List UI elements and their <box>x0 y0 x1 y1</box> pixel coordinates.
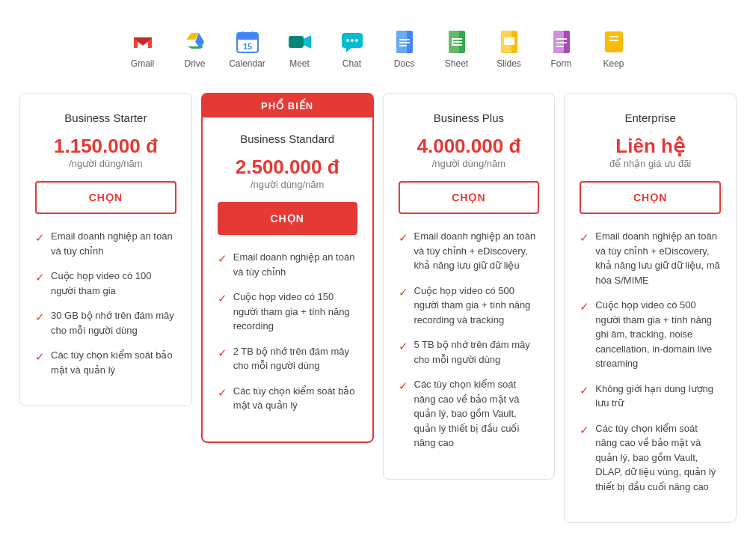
app-item-docs: Docs <box>382 28 427 69</box>
check-icon: ✓ <box>35 230 45 247</box>
plan-card-starter: Business Starter 1.150.000 đ /người dùng… <box>19 93 192 406</box>
feature-item: ✓ 5 TB bộ nhớ trên đám mây cho mỗi người… <box>399 337 540 367</box>
plan-price-unit: /người dùng/năm <box>35 158 176 169</box>
features-list-standard: ✓ Email doanh nghiệp an toàn và tùy chỉn… <box>218 250 357 413</box>
features-list-starter: ✓ Email doanh nghiệp an toàn và tùy chỉn… <box>35 229 176 377</box>
plan-price-unit: để nhận giá ưu đãi <box>580 158 721 169</box>
feature-item: ✓ Cuộc họp video có 500 người tham gia +… <box>399 284 540 328</box>
svg-rect-24 <box>452 44 462 46</box>
svg-rect-23 <box>452 41 462 43</box>
svg-point-12 <box>346 39 349 42</box>
app-item-forms: Form <box>539 28 584 69</box>
feature-text: Các tùy chọn kiểm soát nâng cao về bảo m… <box>414 377 540 450</box>
choose-button-plus[interactable]: CHỌN <box>399 181 540 214</box>
svg-rect-19 <box>399 45 407 46</box>
app-item-sheets: Sheet <box>434 28 479 69</box>
docs-label: Docs <box>394 58 414 69</box>
app-item-keep: Keep <box>591 28 636 69</box>
app-item-meet: Meet <box>277 28 322 69</box>
slides-label: Slides <box>497 58 521 69</box>
feature-text: Cuộc họp video có 500 người tham gia + t… <box>414 284 540 328</box>
sheets-icon <box>443 28 470 55</box>
drive-label: Drive <box>184 58 205 69</box>
feature-item: ✓ Email doanh nghiệp an toàn và tùy chỉn… <box>580 229 721 287</box>
svg-rect-6 <box>251 31 253 35</box>
docs-icon <box>391 28 418 55</box>
app-item-slides: Slides <box>487 28 532 69</box>
drive-icon <box>182 28 209 55</box>
svg-rect-37 <box>609 40 618 41</box>
feature-item: ✓ Các tùy chọn kiểm soát nâng cao về bảo… <box>580 421 721 495</box>
feature-item: ✓ Các tùy chọn kiểm soát bảo mật và quản… <box>35 348 176 377</box>
plan-price: Liên hệ <box>580 135 721 158</box>
svg-rect-25 <box>452 38 453 46</box>
chat-label: Chat <box>342 58 361 69</box>
choose-button-starter[interactable]: CHỌN <box>35 181 176 214</box>
svg-rect-5 <box>242 31 244 35</box>
check-icon: ✓ <box>399 338 408 355</box>
page-wrapper: Gmail Drive 15 Calendar Meet Chat <box>0 0 756 544</box>
calendar-label: Calendar <box>229 58 265 69</box>
plan-card-plus: Business Plus 4.000.000 đ /người dùng/nă… <box>383 93 556 480</box>
svg-point-13 <box>351 39 354 42</box>
svg-rect-28 <box>504 37 514 45</box>
feature-text: Cuộc họp video có 500 người tham gia + t… <box>595 298 721 371</box>
features-list-enterprise: ✓ Email doanh nghiệp an toàn và tùy chỉn… <box>580 229 721 494</box>
choose-button-enterprise[interactable]: CHỌN <box>580 181 721 214</box>
plan-price: 4.000.000 đ <box>399 135 540 158</box>
feature-text: Email doanh nghiệp an toàn và tùy chỉnh … <box>595 229 721 287</box>
plan-price: 1.150.000 đ <box>35 135 176 158</box>
feature-item: ✓ Các tùy chọn kiểm soát nâng cao về bảo… <box>399 377 540 450</box>
forms-icon <box>548 28 575 55</box>
check-icon: ✓ <box>35 309 45 326</box>
chat-icon <box>339 28 366 55</box>
plan-name: Business Starter <box>35 111 176 124</box>
feature-text: Không giới hạn dung lượng lưu trữ <box>595 382 721 411</box>
check-icon: ✓ <box>399 230 408 247</box>
check-icon: ✓ <box>218 251 227 268</box>
feature-item: ✓ Email doanh nghiệp an toàn và tùy chỉn… <box>399 229 540 273</box>
calendar-icon: 15 <box>234 28 261 55</box>
svg-rect-4 <box>237 38 258 40</box>
feature-text: Cuộc họp video có 100 người tham gia <box>51 269 176 298</box>
svg-rect-8 <box>289 36 304 48</box>
plan-name: Business Standard <box>218 132 357 145</box>
feature-text: Các tùy chọn kiểm soát bảo mật và quản l… <box>51 348 176 377</box>
svg-rect-18 <box>399 42 410 43</box>
feature-text: 30 GB bộ nhớ trên đám mây cho mỗi người … <box>51 308 176 337</box>
popular-badge: PHỔ BIẾN <box>203 94 372 117</box>
feature-item: ✓ 30 GB bộ nhớ trên đám mây cho mỗi ngườ… <box>35 308 176 337</box>
feature-item: ✓ Email doanh nghiệp an toàn và tùy chỉn… <box>35 229 176 258</box>
feature-text: Email doanh nghiệp an toàn và tùy chỉnh <box>51 229 176 258</box>
plans-grid: Business Starter 1.150.000 đ /người dùng… <box>15 93 741 523</box>
feature-text: Các tùy chọn kiểm soát nâng cao về bảo m… <box>595 421 721 495</box>
app-item-drive: Drive <box>173 28 218 69</box>
check-icon: ✓ <box>35 269 45 287</box>
keep-icon <box>600 28 627 55</box>
plan-price-unit: /người dùng/năm <box>218 179 357 190</box>
plan-name: Enterprise <box>580 111 721 124</box>
plan-price-unit: /người dùng/năm <box>399 158 540 169</box>
check-icon: ✓ <box>35 349 45 366</box>
forms-label: Form <box>551 58 572 69</box>
svg-rect-36 <box>609 36 618 37</box>
feature-text: 5 TB bộ nhớ trên đám mây cho mỗi người d… <box>414 337 540 367</box>
svg-point-14 <box>355 39 358 42</box>
app-item-chat: Chat <box>330 28 375 69</box>
choose-button-standard[interactable]: CHỌN <box>218 202 357 235</box>
features-list-plus: ✓ Email doanh nghiệp an toàn và tùy chỉn… <box>399 229 540 450</box>
check-icon: ✓ <box>580 230 589 247</box>
svg-rect-17 <box>399 39 410 40</box>
feature-item: ✓ 2 TB bộ nhớ trên đám mây cho mỗi người… <box>218 344 357 373</box>
feature-text: 2 TB bộ nhớ trên đám mây cho mỗi người d… <box>233 344 357 373</box>
check-icon: ✓ <box>580 299 589 316</box>
check-icon: ✓ <box>218 385 227 402</box>
plan-price: 2.500.000 đ <box>218 156 357 179</box>
feature-item: ✓ Email doanh nghiệp an toàn và tùy chỉn… <box>218 250 357 279</box>
check-icon: ✓ <box>399 378 408 395</box>
feature-item: ✓ Không giới hạn dung lượng lưu trữ <box>580 382 721 411</box>
feature-item: ✓ Cuộc họp video có 150 người tham gia +… <box>218 290 357 334</box>
app-item-gmail: Gmail <box>120 28 165 69</box>
meet-icon <box>286 28 313 55</box>
svg-marker-11 <box>346 48 351 52</box>
